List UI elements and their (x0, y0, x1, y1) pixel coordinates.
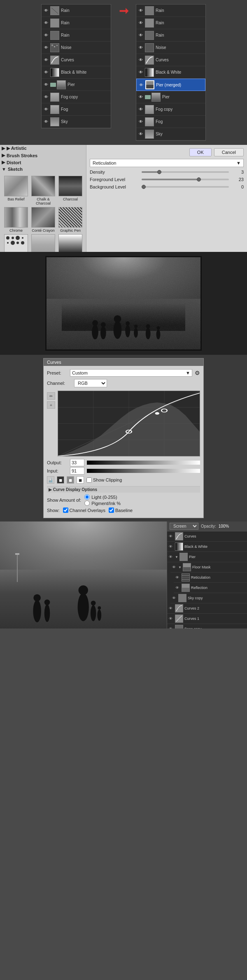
layer-row[interactable]: 👁 Curves (136, 54, 205, 66)
layer-row[interactable]: 👁 Pier (42, 79, 111, 91)
eye-icon[interactable]: 👁 (138, 8, 144, 14)
layer-row[interactable]: 👁 Noise (42, 42, 111, 54)
eye-icon[interactable]: 👁 (138, 57, 144, 63)
layer-row[interactable]: 👁 Fog (42, 103, 111, 116)
filter-item-chrome[interactable]: Chrome (3, 207, 29, 233)
bottom-layer-reticulation[interactable]: 👁 Reticulation (174, 573, 247, 583)
foreground-slider[interactable] (142, 179, 229, 180)
layer-row-pier-merged[interactable]: 👁 Pier (merged) (136, 79, 205, 91)
eye-icon[interactable]: 👁 (172, 596, 177, 600)
preset-select[interactable]: Custom ▼ (70, 369, 192, 377)
eye-icon[interactable]: 👁 (169, 617, 174, 621)
layer-row[interactable]: 👁 Fog (136, 116, 205, 128)
eye-icon[interactable]: 👁 (169, 555, 174, 559)
bottom-layer-base[interactable]: 👁 Base copy (167, 624, 247, 629)
layer-row[interactable]: 👁 Rain (136, 5, 205, 17)
bottom-layer-floor-mask[interactable]: 👁 ▼ Floor Mask (170, 562, 247, 573)
eye-icon[interactable]: 👁 (138, 33, 144, 38)
ok-button[interactable]: OK (189, 148, 212, 156)
eye-icon[interactable]: 👁 (43, 70, 49, 75)
layer-row[interactable]: 👁 Rain (136, 17, 205, 29)
black-point-eyedrop[interactable]: ◼ (57, 476, 64, 484)
layer-row[interactable]: 👁 Rain (42, 17, 111, 29)
eye-icon[interactable]: 👁 (43, 8, 49, 14)
background-slider[interactable] (142, 186, 229, 188)
eye-icon[interactable]: 👁 (43, 82, 49, 88)
eye-icon[interactable]: 👁 (138, 70, 144, 75)
bottom-layer-bw[interactable]: 👁 Black & White (167, 542, 247, 552)
layer-row[interactable]: 👁 Rain (42, 29, 111, 42)
eye-icon[interactable]: 👁 (169, 606, 174, 610)
cancel-button[interactable]: Cancel (214, 148, 244, 156)
eye-icon[interactable]: 👁 (172, 565, 177, 569)
eye-icon[interactable]: 👁 (169, 627, 174, 629)
eye-icon[interactable]: 👁 (43, 45, 49, 51)
filter-item-note-paper[interactable]: Note Paper (30, 234, 56, 252)
light-radio[interactable] (84, 494, 90, 500)
filter-item-graphic-pen[interactable]: Graphic Pen (58, 207, 83, 233)
channel-overlays-checkbox[interactable] (63, 507, 68, 513)
eye-icon[interactable]: 👁 (43, 57, 49, 63)
bottom-layer-curves1[interactable]: 👁 Curves 1 (167, 614, 247, 624)
eye-icon[interactable]: 👁 (169, 545, 174, 549)
filter-item-charcoal[interactable]: Charcoal (58, 176, 83, 205)
filter-item-halftone[interactable]: Halftone Pattern (3, 234, 29, 252)
layer-row[interactable]: 👁 Pier (136, 91, 205, 103)
slider-thumb[interactable] (197, 177, 201, 182)
eye-icon[interactable]: 👁 (138, 45, 144, 51)
settings-icon[interactable]: ⚙ (195, 370, 200, 376)
curves-point-icon[interactable]: + (47, 401, 55, 409)
filter-item-bas-relief[interactable]: Bas Relief (3, 176, 29, 205)
eye-icon[interactable]: 👁 (43, 33, 49, 38)
layer-row[interactable]: 👁 Rain (42, 5, 111, 17)
white-point-eyedrop[interactable]: ◼ (77, 476, 84, 484)
filter-category-sketch[interactable]: ▼ Sketch (0, 166, 86, 172)
expand-icon[interactable]: ▶ (49, 487, 52, 492)
input-input[interactable] (70, 467, 84, 475)
eye-icon[interactable]: 👁 (169, 534, 174, 538)
layer-row[interactable]: 👁 Black & White (136, 66, 205, 79)
layer-row[interactable]: 👁 Noise (136, 42, 205, 54)
layer-row[interactable]: 👁 Curves (42, 54, 111, 66)
mid-point-eyedrop[interactable]: ◼ (67, 476, 74, 484)
filter-item-conte[interactable]: Conté Crayon (30, 207, 56, 233)
baseline-checkbox[interactable] (109, 507, 114, 513)
layer-row[interactable]: 👁 Sky (42, 116, 111, 128)
eyedropper-icon[interactable]: 🔬 (47, 476, 54, 484)
layer-row[interactable]: 👁 Sky (136, 128, 205, 140)
filter-category-distort[interactable]: ▶ Distort (0, 159, 86, 166)
bottom-layer-reflection[interactable]: 👁 Reflection (174, 583, 247, 593)
preset-dropdown[interactable]: Reticulation ▼ (90, 159, 244, 167)
eye-icon[interactable]: 👁 (43, 107, 49, 112)
curves-edit-icon[interactable]: ✏ (47, 392, 55, 400)
curves-graph[interactable] (58, 391, 200, 456)
layer-row[interactable]: 👁 Fog copy (136, 103, 205, 116)
bottom-layer-curves2[interactable]: 👁 Curves 2 (167, 603, 247, 614)
filter-item-chalk[interactable]: Chalk & Charcoal (30, 176, 56, 205)
eye-icon[interactable]: 👁 (138, 131, 144, 137)
eye-icon[interactable]: 👁 (175, 586, 180, 590)
eye-icon[interactable]: 👁 (43, 94, 49, 100)
bottom-layer-curves[interactable]: 👁 Curves (167, 531, 247, 542)
eye-icon[interactable]: 👁 (138, 119, 144, 125)
eye-icon[interactable]: 👁 (138, 107, 144, 112)
bottom-layer-pier[interactable]: 👁 ▼ Pier (167, 552, 247, 562)
channel-select[interactable]: RGB Red Green Blue (74, 379, 107, 387)
filter-category-brush[interactable]: ▶ Brush Strokes (0, 152, 86, 159)
layer-row[interactable]: 👁 Fog copy (42, 91, 111, 103)
eye-icon[interactable]: 👁 (138, 82, 144, 88)
eye-icon[interactable]: 👁 (138, 20, 144, 26)
eye-icon[interactable]: 👁 (43, 20, 49, 26)
slider-thumb[interactable] (157, 170, 161, 174)
show-clipping-checkbox[interactable] (86, 477, 92, 483)
layer-row[interactable]: 👁 Black & White (42, 66, 111, 79)
output-input[interactable] (70, 459, 84, 466)
eye-icon[interactable]: 👁 (175, 575, 180, 580)
filter-category-artistic[interactable]: ▶ ▶ Artistic (0, 145, 86, 152)
bottom-layer-sky-copy[interactable]: 👁 Sky copy (170, 593, 247, 603)
eye-icon[interactable]: 👁 (138, 94, 144, 100)
density-slider[interactable] (142, 171, 229, 173)
filter-item-photocopy[interactable]: Photocopy (58, 234, 83, 252)
eye-icon[interactable]: 👁 (43, 119, 49, 125)
layer-row[interactable]: 👁 Rain (136, 29, 205, 42)
